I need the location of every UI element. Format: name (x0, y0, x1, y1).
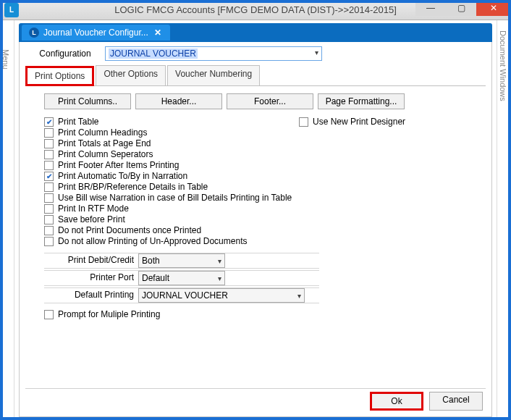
chevron-down-icon: ▾ (218, 274, 221, 282)
label-prompt-multiple: Prompt for Muliple Printing (58, 309, 160, 319)
chk-row-totals: Print Totals at Page End (44, 138, 299, 148)
label-print-dc: Print Debit/Credit (44, 253, 138, 268)
chk-row-print-table: ✔ Print Table (44, 117, 299, 127)
checkbox-auto-toby[interactable]: ✔ (44, 172, 54, 181)
select-print-dc[interactable]: Both ▾ (138, 253, 225, 268)
label-print-table: Print Table (58, 117, 98, 127)
dialog-button-bar: Ok Cancel (25, 388, 486, 413)
chk-row-prompt-multiple: Prompt for Muliple Printing (44, 309, 480, 319)
document-tab-title: Journal Voucher Configur... (43, 28, 148, 38)
checkbox-print-col-sep[interactable] (44, 150, 54, 159)
label-no-print-once: Do not Print Documents once Printed (58, 225, 201, 235)
checkbox-section: ✔ Print Table Print Column Headings Prin… (31, 117, 480, 247)
configuration-label: Configuration (25, 48, 105, 59)
option-tabs: Print Options Other Options Voucher Numb… (25, 65, 486, 86)
chk-row-no-unapproved: Do not allow Printing of Un-Approved Doc… (44, 236, 299, 246)
inner-panel: Configuration JOURNAL VOUCHER ▾ Print Op… (19, 42, 492, 417)
ok-button[interactable]: Ok (370, 392, 423, 411)
tab-content-print-options: Print Columns.. Header... Footer... Page… (25, 86, 486, 385)
minimize-button[interactable]: — (415, 0, 446, 16)
row-default-printing: Default Printing JOURNAL VOUCHER ▾ (44, 287, 319, 303)
checkbox-save-before[interactable] (44, 215, 54, 224)
chk-row-col-sep: Print Column Seperators (44, 149, 299, 159)
main-column: L Journal Voucher Configur... ✕ Configur… (14, 20, 497, 420)
left-rail-label[interactable]: Menu (1, 49, 10, 70)
checkbox-br-bp[interactable] (44, 182, 54, 192)
print-columns-button[interactable]: Print Columns.. (44, 93, 131, 109)
chevron-down-icon: ▾ (315, 49, 318, 56)
maximize-button[interactable]: ▢ (446, 0, 476, 16)
checkbox-new-designer[interactable] (299, 117, 308, 127)
document-tab-active[interactable]: L Journal Voucher Configur... ✕ (22, 25, 170, 41)
checkbox-print-table[interactable]: ✔ (44, 117, 54, 127)
label-auto-toby: Print Automatic To/By in Narration (58, 171, 187, 181)
row-print-dc: Print Debit/Credit Both ▾ (44, 253, 319, 269)
label-footer-after: Print Footer After Items Printing (58, 160, 179, 170)
tab-voucher-numbering[interactable]: Voucher Numbering (167, 65, 260, 85)
label-new-designer: Use New Print Designer (313, 117, 405, 127)
chk-row-col-headings: Print Column Headings (44, 127, 299, 138)
page-formatting-button[interactable]: Page Formatting... (318, 93, 405, 109)
label-default-printing: Default Printing (44, 288, 138, 303)
footer-button[interactable]: Footer... (227, 93, 313, 109)
app-icon: L (4, 3, 19, 17)
chk-row-br-bp: Print BR/BP/Reference Details in Table (44, 182, 299, 192)
chk-row-billwise: Use Bill wise Narration in case of Bill … (44, 193, 299, 203)
label-print-col-sep: Print Column Seperators (58, 149, 153, 159)
chk-row-rtf: Print In RTF Mode (44, 203, 299, 214)
label-rtf: Print In RTF Mode (58, 203, 129, 214)
value-printer-port: Default (142, 273, 169, 283)
chk-row-footer-after: Print Footer After Items Printing (44, 160, 299, 170)
checkbox-footer-after[interactable] (44, 161, 54, 170)
chevron-down-icon: ▾ (218, 257, 221, 265)
chk-row-save-before: Save before Print (44, 214, 299, 224)
document-tab-icon: L (29, 28, 39, 38)
checkbox-print-col-headings[interactable] (44, 128, 54, 138)
tab-print-options[interactable]: Print Options (25, 66, 94, 86)
checkbox-right-col: Use New Print Designer (299, 117, 480, 247)
cancel-button[interactable]: Cancel (429, 392, 483, 411)
value-print-dc: Both (142, 256, 160, 266)
label-save-before: Save before Print (58, 214, 125, 224)
checkbox-no-print-once[interactable] (44, 226, 54, 235)
chevron-down-icon: ▾ (297, 292, 301, 300)
checkbox-billwise[interactable] (44, 193, 54, 203)
checkbox-prompt-multiple[interactable] (44, 310, 54, 319)
right-rail: Document Windows (497, 20, 511, 420)
configuration-value: JOURNAL VOUCHER (109, 49, 198, 59)
label-br-bp: Print BR/BP/Reference Details in Table (58, 182, 208, 192)
label-billwise: Use Bill wise Narration in case of Bill … (58, 193, 292, 203)
chk-row-auto-toby: ✔ Print Automatic To/By in Narration (44, 171, 299, 181)
configuration-select[interactable]: JOURNAL VOUCHER ▾ (105, 46, 322, 61)
label-print-totals: Print Totals at Page End (58, 138, 151, 148)
row-printer-port: Printer Port Default ▾ (44, 270, 319, 286)
label-print-col-headings: Print Column Headings (58, 127, 147, 138)
document-tabbar: L Journal Voucher Configur... ✕ (19, 23, 492, 42)
title-bar: L LOGIC FMCG Accounts [FMCG DEMO DATA (D… (0, 0, 511, 20)
left-rail: Menu (0, 20, 14, 420)
print-buttons-row: Print Columns.. Header... Footer... Page… (44, 93, 480, 109)
checkbox-rtf[interactable] (44, 204, 54, 214)
checkbox-print-totals[interactable] (44, 139, 54, 148)
outer-body: Menu L Journal Voucher Configur... ✕ Con… (0, 20, 511, 420)
form-grid: Print Debit/Credit Both ▾ Printer Port (44, 253, 319, 303)
close-button[interactable]: ✕ (476, 0, 511, 16)
right-rail-label[interactable]: Document Windows (499, 30, 507, 101)
tab-other-options[interactable]: Other Options (96, 65, 166, 85)
main-window: L LOGIC FMCG Accounts [FMCG DEMO DATA (D… (0, 0, 511, 420)
label-no-unapproved: Do not allow Printing of Un-Approved Doc… (58, 236, 247, 246)
chk-row-new-designer: Use New Print Designer (299, 117, 480, 127)
document-tab-close-icon[interactable]: ✕ (153, 28, 163, 38)
checkbox-left-col: ✔ Print Table Print Column Headings Prin… (31, 117, 299, 247)
window-controls: — ▢ ✕ (415, 0, 511, 16)
checkbox-no-unapproved[interactable] (44, 237, 54, 246)
select-default-printing[interactable]: JOURNAL VOUCHER ▾ (138, 288, 305, 303)
header-button[interactable]: Header... (135, 93, 222, 109)
configuration-row: Configuration JOURNAL VOUCHER ▾ (25, 46, 486, 61)
select-printer-port[interactable]: Default ▾ (138, 271, 225, 285)
label-printer-port: Printer Port (44, 271, 138, 285)
value-default-printing: JOURNAL VOUCHER (142, 290, 228, 301)
chk-row-no-print-once: Do not Print Documents once Printed (44, 225, 299, 235)
